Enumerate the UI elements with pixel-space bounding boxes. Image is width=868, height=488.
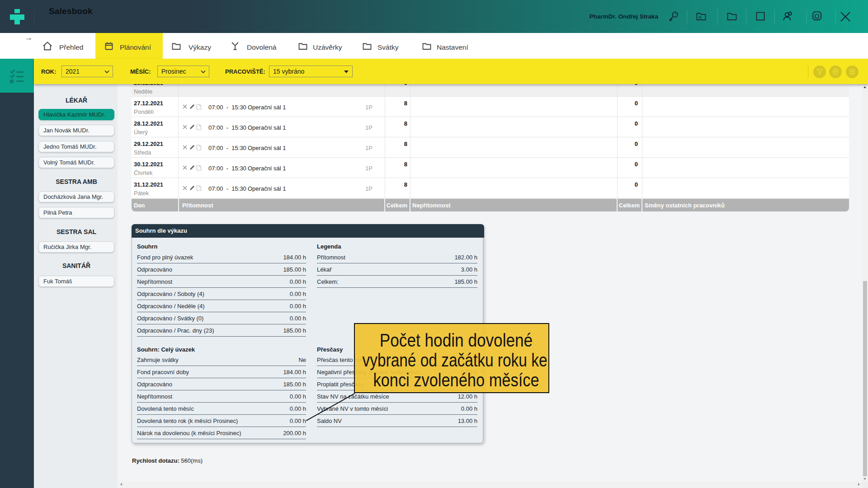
- svg-text:N: N: [699, 15, 702, 19]
